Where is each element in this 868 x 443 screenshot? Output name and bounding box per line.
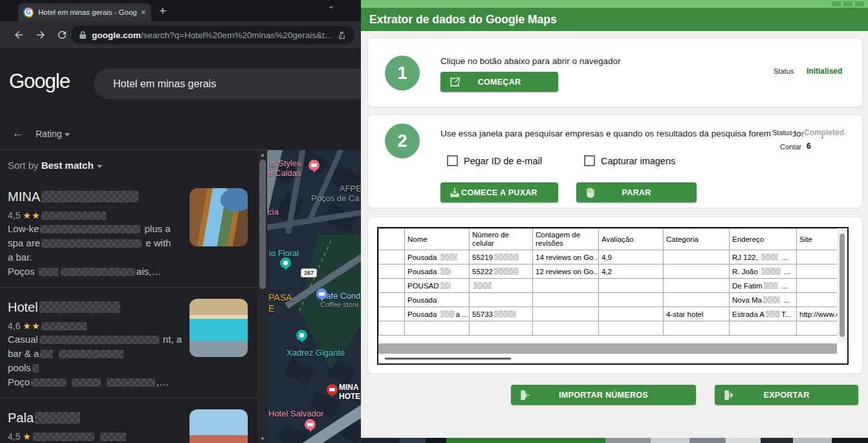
table-cell[interactable] bbox=[664, 265, 730, 279]
column-header[interactable]: Contagem de revisões bbox=[533, 229, 599, 250]
table-cell[interactable] bbox=[664, 293, 730, 307]
table-row[interactable]: PousadaNova Ma ... bbox=[379, 293, 849, 307]
url-bar[interactable]: google.com/search?q=Hotel%20em%20minas%2… bbox=[71, 26, 354, 44]
minimize-button[interactable] bbox=[832, 1, 841, 6]
maximize-button[interactable] bbox=[843, 1, 852, 6]
column-header[interactable] bbox=[379, 229, 405, 250]
search-result[interactable]: MINA4,5 ★★Low-ke plus aspa are e witha b… bbox=[0, 177, 259, 288]
parar-button[interactable]: PARAR bbox=[576, 182, 697, 202]
importar-numeros-button[interactable]: IMPORTAR NÚMEROS bbox=[511, 385, 696, 405]
table-row[interactable]: Pousada 5521914 reviews on Go...4,9RJ 12… bbox=[379, 250, 849, 265]
camera-pin-icon[interactable] bbox=[296, 330, 307, 341]
table-cell[interactable]: Pousada bbox=[405, 293, 470, 307]
reload-icon[interactable] bbox=[56, 29, 68, 41]
table-cell[interactable]: 55733 bbox=[470, 307, 533, 321]
rating-filter[interactable]: Rating bbox=[36, 129, 70, 139]
comece-a-puxar-button[interactable]: COMECE A PUXAR bbox=[440, 182, 558, 202]
result-photo[interactable] bbox=[190, 409, 248, 443]
share-icon[interactable] bbox=[337, 30, 347, 40]
table-cell[interactable] bbox=[533, 293, 599, 307]
table-cell[interactable] bbox=[599, 293, 664, 307]
grid-hscrollbar[interactable] bbox=[378, 343, 837, 354]
sort-by-control[interactable]: Sort by Best match bbox=[8, 160, 102, 171]
table-cell[interactable] bbox=[470, 279, 533, 293]
email-id-checkbox[interactable] bbox=[447, 155, 458, 166]
column-header[interactable]: Nome bbox=[405, 229, 470, 250]
back-icon[interactable] bbox=[13, 29, 25, 41]
capture-images-checkbox[interactable] bbox=[584, 155, 595, 166]
exportar-button[interactable]: EXPORTAR bbox=[715, 385, 858, 405]
scroll-down-icon[interactable]: ▼ bbox=[258, 436, 267, 442]
window-title-bar[interactable] bbox=[361, 0, 868, 8]
column-header[interactable]: Categoria bbox=[664, 229, 730, 250]
table-cell[interactable] bbox=[379, 321, 405, 336]
results-scrollbar[interactable]: ▲ ▼ bbox=[258, 151, 267, 443]
table-cell[interactable]: 55219 bbox=[470, 250, 533, 265]
table-cell[interactable]: POUSAD bbox=[405, 279, 470, 293]
table-cell[interactable] bbox=[599, 321, 664, 336]
outer-hscrollbar-thumb[interactable] bbox=[385, 358, 511, 360]
scrollbar-thumb[interactable] bbox=[259, 160, 266, 289]
map-panel[interactable]: is Stylese CaldasAFPEPoços de Caciaio Fl… bbox=[267, 150, 361, 443]
hotel-pin-icon[interactable] bbox=[327, 384, 338, 395]
table-cell[interactable] bbox=[599, 279, 664, 293]
table-row[interactable]: Pousada a ...557334-star hotelEstrada AT… bbox=[379, 307, 849, 321]
scroll-up-icon[interactable]: ▲ bbox=[258, 152, 267, 158]
scrollbar-thumb[interactable] bbox=[840, 233, 845, 337]
table-cell[interactable]: Pousada a ... bbox=[405, 307, 470, 321]
table-cell[interactable] bbox=[664, 250, 730, 265]
table-cell[interactable] bbox=[405, 321, 470, 336]
table-cell[interactable] bbox=[533, 279, 599, 293]
hotel-pin-icon[interactable] bbox=[309, 160, 320, 171]
table-cell[interactable] bbox=[379, 307, 405, 321]
column-header[interactable]: Avaliação bbox=[599, 229, 664, 250]
result-photo[interactable] bbox=[190, 299, 248, 357]
table-row[interactable] bbox=[379, 321, 849, 336]
table-cell[interactable] bbox=[470, 321, 533, 336]
table-cell[interactable]: RJ 122, ... bbox=[730, 250, 797, 265]
result-photo[interactable] bbox=[190, 188, 248, 246]
search-input[interactable]: Hotel em minas gerais bbox=[94, 69, 361, 99]
grid-vscrollbar[interactable] bbox=[837, 228, 847, 343]
chevron-down-icon[interactable]: ⌄ bbox=[327, 0, 335, 10]
table-row[interactable]: POUSADDe Fatim ... bbox=[379, 279, 849, 293]
table-cell[interactable]: 55222 bbox=[470, 265, 533, 279]
new-tab-button[interactable]: + bbox=[159, 4, 166, 18]
table-cell[interactable]: 4,2 bbox=[599, 265, 664, 279]
table-cell[interactable] bbox=[664, 279, 730, 293]
table-cell[interactable]: Nova Ma ... bbox=[730, 293, 797, 307]
search-result[interactable]: Pala4,5 ★ Upma bbox=[0, 398, 259, 443]
data-grid[interactable]: NomeNúmero de celularContagem de revisõe… bbox=[377, 227, 849, 365]
back-arrow-icon[interactable]: ← bbox=[12, 126, 24, 140]
table-cell[interactable]: R. João ... bbox=[730, 265, 797, 279]
table-cell[interactable]: Pousada bbox=[405, 265, 470, 279]
table-cell[interactable] bbox=[599, 307, 664, 321]
hotel-pin-icon[interactable] bbox=[305, 419, 316, 430]
column-header[interactable]: Endereço bbox=[730, 229, 797, 250]
table-cell[interactable]: 12 reviews on Go... bbox=[533, 265, 599, 279]
tab-close-icon[interactable]: × bbox=[141, 8, 146, 17]
table-cell[interactable] bbox=[379, 279, 405, 293]
table-cell[interactable] bbox=[379, 293, 405, 307]
table-cell[interactable]: 14 reviews on Go... bbox=[533, 250, 599, 265]
table-cell[interactable] bbox=[533, 321, 599, 336]
browser-tab[interactable]: Hotel em minas gerais - Google S × bbox=[18, 3, 151, 21]
table-cell[interactable] bbox=[379, 250, 405, 265]
table-cell[interactable] bbox=[533, 307, 599, 321]
table-cell[interactable]: 4,9 bbox=[599, 250, 664, 265]
forward-icon[interactable] bbox=[35, 29, 47, 41]
table-cell[interactable] bbox=[379, 265, 405, 279]
search-result[interactable]: Hotel4,6 ★★Casual nt, abar & a poolsPoço… bbox=[0, 288, 259, 398]
table-cell[interactable] bbox=[664, 321, 730, 336]
table-cell[interactable]: 4-star hotel bbox=[664, 307, 730, 321]
comecar-button[interactable]: COMEÇAR bbox=[440, 72, 558, 92]
table-row[interactable]: Pousada 5522212 reviews on Go...4,2R. Jo… bbox=[379, 265, 849, 279]
table-cell[interactable]: De Fatim ... bbox=[730, 279, 797, 293]
camera-pin-icon[interactable] bbox=[280, 257, 291, 268]
column-header[interactable]: Número de celular bbox=[470, 229, 533, 250]
cafe-pin-icon[interactable] bbox=[316, 288, 327, 299]
table-cell[interactable] bbox=[470, 293, 533, 307]
table-cell[interactable] bbox=[730, 321, 797, 336]
table-cell[interactable]: Pousada bbox=[405, 250, 470, 265]
table-cell[interactable]: Estrada AT... bbox=[730, 307, 797, 321]
